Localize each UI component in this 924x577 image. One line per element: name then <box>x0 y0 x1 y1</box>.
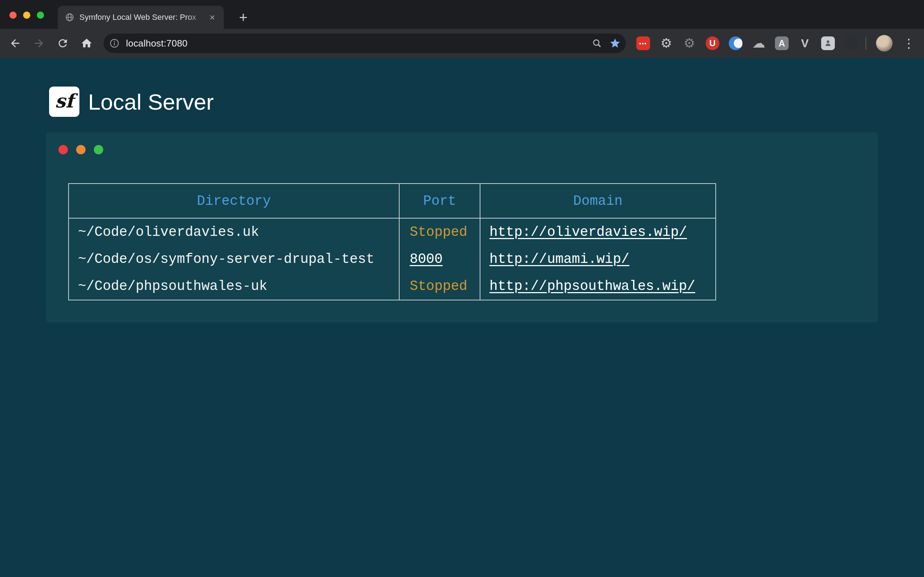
table-row: ~/Code/os/symfony-server-drupal-test 800… <box>69 246 716 272</box>
home-button[interactable] <box>79 35 95 51</box>
port-cell: 8000 <box>399 246 480 272</box>
port-link[interactable]: 8000 <box>410 251 443 267</box>
forward-button-disabled[interactable] <box>31 35 47 51</box>
macos-traffic-lights <box>10 11 44 19</box>
directory-cell: ~/Code/oliverdavies.uk <box>69 218 399 246</box>
domain-link[interactable]: http://umami.wip/ <box>489 251 630 267</box>
symfony-sf-glyph: sf <box>55 90 74 112</box>
octocat-glyph <box>844 36 858 50</box>
zoom-indicator-icon[interactable] <box>591 37 603 49</box>
extension-icon-gear-light[interactable]: ⚙ <box>658 35 674 51</box>
macos-close-button[interactable] <box>10 11 16 19</box>
table-row: ~/Code/phpsouthwales-uk Stopped http://p… <box>69 272 716 300</box>
extensions-area: ••• ⚙ ⚙ U ☁ A V <box>635 29 859 58</box>
domain-cell: http://umami.wip/ <box>480 246 716 272</box>
extension-icon-cloud[interactable]: ☁ <box>751 35 767 51</box>
cloud-icon: ☁ <box>752 37 765 50</box>
tab-strip: Symfony Local Web Server: Prox × + <box>0 0 924 29</box>
blue-circle-glyph <box>729 36 743 50</box>
column-header-port: Port <box>399 184 480 218</box>
reload-button[interactable] <box>55 35 71 51</box>
extension-icon-gear-dark[interactable]: ⚙ <box>682 35 697 51</box>
extension-icon-red-dots[interactable]: ••• <box>635 35 651 51</box>
gear-icon: ⚙ <box>661 37 672 50</box>
extension-icon-blue-circle[interactable] <box>728 35 743 51</box>
port-cell: Stopped <box>399 218 480 246</box>
domain-cell: http://oliverdavies.wip/ <box>480 218 716 246</box>
column-header-directory: Directory <box>69 184 399 218</box>
bookmark-star-icon[interactable] <box>609 37 621 49</box>
extension-icon-letter-a[interactable]: A <box>774 35 790 51</box>
extension-icon-ublock[interactable]: U <box>704 35 720 51</box>
terminal-panel: Directory Port Domain ~/Code/oliverdavie… <box>46 132 878 322</box>
tab-close-icon[interactable]: × <box>206 11 219 24</box>
extension-icon-octocat[interactable] <box>843 35 859 51</box>
browser-tab-active[interactable]: Symfony Local Web Server: Prox × <box>58 6 224 29</box>
terminal-red-dot <box>58 145 68 154</box>
gray-square-glyph <box>821 36 835 50</box>
port-status-stopped: Stopped <box>410 224 467 240</box>
url-text[interactable]: localhost:7080 <box>126 38 187 49</box>
terminal-window-dots <box>58 145 103 154</box>
toolbar-separator <box>866 37 866 50</box>
terminal-orange-dot <box>76 145 86 154</box>
u-letter-glyph: U <box>706 36 719 50</box>
back-button[interactable] <box>7 35 23 51</box>
macos-minimize-button[interactable] <box>23 11 30 19</box>
site-info-icon[interactable] <box>109 37 120 49</box>
extension-icon-letter-v[interactable]: V <box>797 35 813 51</box>
navigation-buttons <box>7 29 95 58</box>
tab-favicon-globe-icon <box>65 13 74 22</box>
table-row: ~/Code/oliverdavies.uk Stopped http://ol… <box>69 218 716 246</box>
v-letter-glyph: V <box>801 37 809 50</box>
profile-avatar[interactable] <box>876 35 893 52</box>
domain-link[interactable]: http://oliverdavies.wip/ <box>489 224 687 240</box>
chrome-menu-icon[interactable]: ⋮ <box>901 29 917 58</box>
domain-link[interactable]: http://phpsouthwales.wip/ <box>489 279 695 294</box>
domain-cell: http://phpsouthwales.wip/ <box>480 272 716 300</box>
table-header-row: Directory Port Domain <box>69 184 716 218</box>
gear-icon: ⚙ <box>683 37 695 50</box>
browser-toolbar: localhost:7080 ••• ⚙ ⚙ U ☁ A V <box>0 29 924 58</box>
port-cell: Stopped <box>399 272 480 300</box>
page-title: Local Server <box>88 87 214 117</box>
server-table: Directory Port Domain ~/Code/oliverdavie… <box>68 183 716 300</box>
terminal-green-dot <box>94 145 103 154</box>
address-bar[interactable]: localhost:7080 <box>103 34 626 53</box>
port-status-stopped: Stopped <box>410 279 467 294</box>
symfony-logo: sf <box>49 87 79 117</box>
directory-cell: ~/Code/os/symfony-server-drupal-test <box>69 246 399 272</box>
macos-fullscreen-button[interactable] <box>37 11 44 19</box>
extension-icon-gray-square[interactable] <box>820 35 836 51</box>
omnibox-right-icons <box>591 37 621 49</box>
column-header-domain: Domain <box>480 184 716 218</box>
a-letter-glyph: A <box>775 36 789 50</box>
red-dots-glyph: ••• <box>636 36 650 50</box>
new-tab-button[interactable]: + <box>234 8 253 27</box>
directory-cell: ~/Code/phpsouthwales-uk <box>69 272 399 300</box>
tab-title: Symfony Local Web Server: Prox <box>79 6 206 29</box>
